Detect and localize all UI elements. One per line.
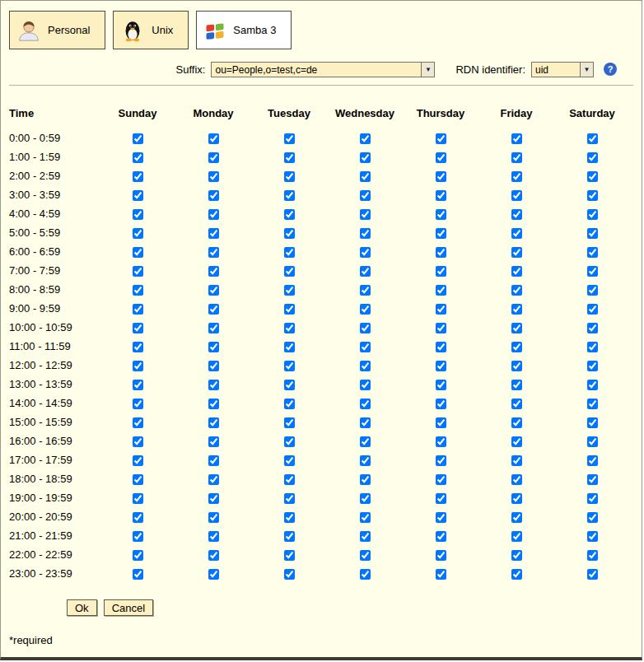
hour-checkbox[interactable] [436, 417, 446, 428]
hour-checkbox[interactable] [587, 436, 598, 447]
hour-checkbox[interactable] [436, 436, 446, 447]
hour-checkbox[interactable] [511, 285, 522, 296]
hour-checkbox[interactable] [208, 228, 219, 239]
hour-checkbox[interactable] [587, 266, 598, 277]
hour-checkbox[interactable] [587, 285, 598, 296]
hour-checkbox[interactable] [511, 550, 522, 561]
hour-checkbox[interactable] [360, 171, 371, 182]
hour-checkbox[interactable] [284, 323, 295, 333]
hour-checkbox[interactable] [360, 436, 371, 447]
hour-checkbox[interactable] [436, 455, 446, 466]
hour-checkbox[interactable] [208, 285, 219, 296]
hour-checkbox[interactable] [133, 380, 143, 390]
hour-checkbox[interactable] [360, 417, 371, 428]
hour-checkbox[interactable] [587, 209, 598, 220]
hour-checkbox[interactable] [284, 474, 295, 485]
hour-checkbox[interactable] [133, 493, 143, 504]
hour-checkbox[interactable] [133, 512, 143, 523]
hour-checkbox[interactable] [208, 569, 219, 580]
hour-checkbox[interactable] [436, 380, 446, 390]
hour-checkbox[interactable] [133, 361, 143, 371]
hour-checkbox[interactable] [587, 152, 598, 163]
hour-checkbox[interactable] [208, 190, 219, 201]
hour-checkbox[interactable] [208, 361, 219, 371]
hour-checkbox[interactable] [133, 152, 143, 163]
hour-checkbox[interactable] [511, 190, 522, 201]
hour-checkbox[interactable] [208, 399, 219, 409]
hour-checkbox[interactable] [511, 474, 522, 485]
tab-samba3[interactable]: Samba 3 [196, 11, 292, 49]
hour-checkbox[interactable] [436, 304, 446, 315]
hour-checkbox[interactable] [360, 512, 371, 523]
hour-checkbox[interactable] [587, 531, 598, 542]
hour-checkbox[interactable] [360, 474, 371, 485]
hour-checkbox[interactable] [511, 455, 522, 466]
hour-checkbox[interactable] [587, 399, 598, 409]
hour-checkbox[interactable] [436, 266, 446, 277]
hour-checkbox[interactable] [587, 569, 598, 580]
hour-checkbox[interactable] [511, 493, 522, 504]
hour-checkbox[interactable] [587, 455, 598, 466]
hour-checkbox[interactable] [360, 247, 371, 258]
hour-checkbox[interactable] [284, 493, 295, 504]
cancel-button[interactable]: Cancel [104, 599, 153, 616]
hour-checkbox[interactable] [284, 209, 295, 220]
hour-checkbox[interactable] [360, 133, 371, 144]
hour-checkbox[interactable] [436, 342, 446, 352]
hour-checkbox[interactable] [587, 342, 598, 352]
hour-checkbox[interactable] [436, 228, 446, 239]
hour-checkbox[interactable] [360, 361, 371, 371]
hour-checkbox[interactable] [208, 171, 219, 182]
hour-checkbox[interactable] [360, 304, 371, 315]
hour-checkbox[interactable] [284, 133, 295, 144]
hour-checkbox[interactable] [133, 342, 143, 352]
hour-checkbox[interactable] [436, 171, 446, 182]
hour-checkbox[interactable] [133, 417, 143, 428]
hour-checkbox[interactable] [360, 569, 371, 580]
hour-checkbox[interactable] [208, 266, 219, 277]
hour-checkbox[interactable] [436, 493, 446, 504]
hour-checkbox[interactable] [208, 436, 219, 447]
tab-unix[interactable]: Unix [113, 11, 189, 49]
hour-checkbox[interactable] [587, 304, 598, 315]
hour-checkbox[interactable] [208, 512, 219, 523]
hour-checkbox[interactable] [587, 228, 598, 239]
hour-checkbox[interactable] [133, 266, 143, 277]
hour-checkbox[interactable] [208, 209, 219, 220]
hour-checkbox[interactable] [133, 569, 143, 580]
hour-checkbox[interactable] [284, 285, 295, 296]
hour-checkbox[interactable] [511, 323, 522, 333]
hour-checkbox[interactable] [511, 512, 522, 523]
hour-checkbox[interactable] [511, 266, 522, 277]
hour-checkbox[interactable] [360, 323, 371, 333]
hour-checkbox[interactable] [511, 361, 522, 371]
suffix-select[interactable]: ou=People,o=test,c=de ▼ [211, 62, 435, 77]
hour-checkbox[interactable] [587, 247, 598, 258]
hour-checkbox[interactable] [436, 399, 446, 409]
hour-checkbox[interactable] [436, 512, 446, 523]
hour-checkbox[interactable] [208, 417, 219, 428]
hour-checkbox[interactable] [360, 550, 371, 561]
hour-checkbox[interactable] [436, 550, 446, 561]
hour-checkbox[interactable] [436, 190, 446, 201]
hour-checkbox[interactable] [511, 399, 522, 409]
hour-checkbox[interactable] [284, 304, 295, 315]
hour-checkbox[interactable] [208, 550, 219, 561]
hour-checkbox[interactable] [511, 417, 522, 428]
hour-checkbox[interactable] [284, 152, 295, 163]
hour-checkbox[interactable] [284, 436, 295, 447]
hour-checkbox[interactable] [436, 323, 446, 333]
hour-checkbox[interactable] [208, 133, 219, 144]
hour-checkbox[interactable] [133, 474, 143, 485]
hour-checkbox[interactable] [587, 361, 598, 371]
hour-checkbox[interactable] [284, 247, 295, 258]
hour-checkbox[interactable] [436, 569, 446, 580]
hour-checkbox[interactable] [133, 285, 143, 296]
hour-checkbox[interactable] [133, 550, 143, 561]
hour-checkbox[interactable] [208, 323, 219, 333]
hour-checkbox[interactable] [133, 247, 143, 258]
hour-checkbox[interactable] [284, 171, 295, 182]
hour-checkbox[interactable] [436, 361, 446, 371]
hour-checkbox[interactable] [208, 342, 219, 352]
hour-checkbox[interactable] [284, 455, 295, 466]
